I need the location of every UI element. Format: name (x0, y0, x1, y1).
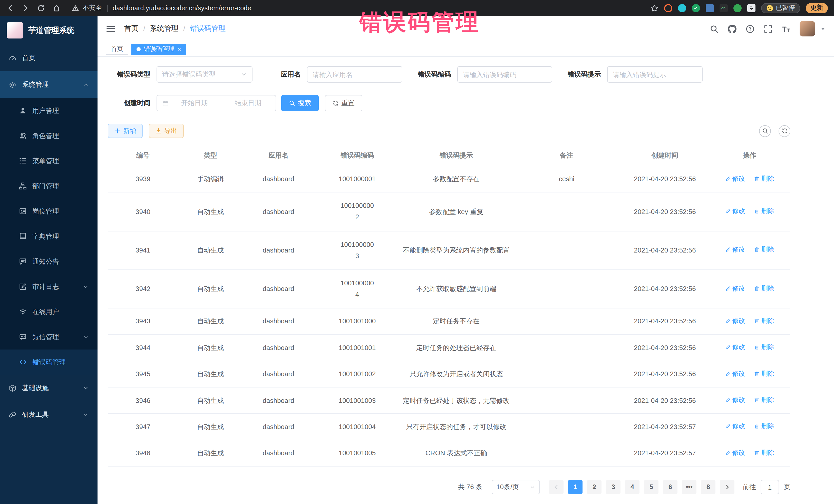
app-name-input[interactable] (307, 66, 402, 83)
sidebar-item-departments[interactable]: 部门管理 (0, 174, 97, 199)
breadcrumb-parent[interactable]: 系统管理 (150, 24, 179, 34)
address-bar[interactable]: dashboard.yudao.iocoder.cn/system/error-… (113, 4, 251, 12)
sidebar-item-sms[interactable]: 短信管理 (0, 324, 97, 350)
sidebar-item-posts[interactable]: 岗位管理 (0, 199, 97, 224)
edit-link[interactable]: 修改 (725, 369, 745, 378)
caret-down-icon[interactable] (820, 26, 826, 31)
back-icon[interactable] (6, 4, 14, 12)
bookmark-star-icon[interactable] (650, 4, 658, 12)
edit-link[interactable]: 修改 (725, 174, 745, 184)
sidebar-item-online-users[interactable]: 在线用户 (0, 299, 97, 324)
update-button[interactable]: 更新 (806, 3, 828, 13)
tab-home[interactable]: 首页 (106, 43, 128, 54)
page-ellipsis[interactable]: ••• (682, 480, 697, 494)
edit-link[interactable]: 修改 (725, 395, 745, 405)
extension-icon[interactable] (733, 4, 741, 12)
home-icon[interactable] (52, 4, 61, 12)
github-icon[interactable] (728, 24, 737, 33)
col-remark: 备注 (512, 145, 621, 166)
breadcrumb-home[interactable]: 首页 (124, 24, 138, 34)
col-code: 错误码编码 (314, 145, 400, 166)
reload-icon[interactable] (37, 4, 45, 12)
sidebar-item-infrastructure[interactable]: 基础设施 (0, 375, 97, 401)
help-icon[interactable] (746, 24, 754, 33)
extension-icon[interactable] (692, 4, 700, 12)
page-size-select[interactable]: 10条/页 (492, 480, 540, 494)
error-code-input[interactable] (457, 66, 552, 83)
extension-icon[interactable] (705, 4, 714, 12)
delete-link[interactable]: 删除 (754, 245, 774, 255)
site-security[interactable]: 不安全 (72, 4, 102, 12)
edit-link[interactable]: 修改 (725, 316, 745, 326)
sidebar-item-audit-logs[interactable]: 审计日志 (0, 274, 97, 299)
edit-link[interactable]: 修改 (725, 206, 745, 216)
avatar[interactable] (799, 21, 815, 37)
delete-link[interactable]: 删除 (754, 316, 774, 326)
extension-pin-icon[interactable] (747, 4, 755, 12)
sidebar-item-system[interactable]: 系统管理 (0, 71, 97, 98)
pencil-icon (725, 318, 730, 324)
font-size-icon[interactable] (782, 24, 790, 33)
add-button[interactable]: 新增 (108, 124, 143, 138)
app-logo[interactable]: 芋道管理系统 (0, 16, 97, 45)
edit-link[interactable]: 修改 (725, 245, 745, 255)
delete-link[interactable]: 删除 (754, 395, 774, 405)
page-button-6[interactable]: 6 (663, 480, 678, 494)
error-hint-input[interactable] (607, 66, 703, 83)
cell-id: 3944 (108, 335, 178, 361)
delete-link[interactable]: 删除 (754, 422, 774, 431)
delete-link[interactable]: 删除 (754, 448, 774, 458)
toggle-search-button[interactable] (759, 125, 771, 137)
delete-link[interactable]: 删除 (754, 369, 774, 378)
page-button-4[interactable]: 4 (625, 480, 639, 494)
hamburger-icon[interactable] (106, 24, 116, 34)
edit-link[interactable]: 修改 (725, 448, 745, 458)
search-icon[interactable] (710, 24, 719, 33)
delete-link[interactable]: 删除 (754, 206, 774, 216)
extension-icon[interactable] (678, 4, 686, 12)
goto-page-input[interactable] (761, 480, 779, 494)
cell-remark (512, 387, 621, 414)
sidebar-item-dictionary[interactable]: 字典管理 (0, 224, 97, 249)
tab-error-codes[interactable]: 错误码管理 × (131, 43, 186, 54)
forward-icon[interactable] (22, 4, 30, 12)
error-type-select[interactable]: 请选择错误码类型 (156, 66, 253, 83)
search-button[interactable]: 搜索 (281, 95, 319, 111)
reset-button[interactable]: 重置 (325, 95, 363, 111)
page-button-3[interactable]: 3 (606, 480, 620, 494)
edit-link[interactable]: 修改 (725, 422, 745, 431)
export-button[interactable]: 导出 (149, 124, 184, 138)
delete-link[interactable]: 删除 (754, 174, 774, 184)
page-button-8[interactable]: 8 (701, 480, 716, 494)
refresh-table-button[interactable] (778, 125, 790, 137)
paused-chip[interactable]: 已暂停 (761, 3, 800, 13)
annotation-title: 错误码管理 (359, 7, 480, 38)
sidebar-item-error-codes[interactable]: 错误码管理 (0, 350, 97, 375)
next-page-button[interactable] (720, 480, 734, 494)
sidebar-item-dev-tools[interactable]: 研发工具 (0, 401, 97, 428)
page-button-5[interactable]: 5 (644, 480, 658, 494)
page-button-1[interactable]: 1 (568, 480, 583, 494)
extension-icon[interactable]: on (719, 4, 727, 12)
sidebar-item-roles[interactable]: 角色管理 (0, 123, 97, 148)
extension-icon[interactable] (664, 4, 672, 12)
fullscreen-icon[interactable] (764, 24, 772, 33)
delete-link[interactable]: 删除 (754, 343, 774, 352)
close-icon[interactable]: × (178, 46, 181, 52)
announcement-icon (19, 258, 27, 265)
code-icon (19, 358, 27, 366)
cell-code: 1001000004 (314, 270, 400, 308)
sidebar-item-notices[interactable]: 通知公告 (0, 249, 97, 274)
search-icon (289, 100, 295, 106)
edit-link[interactable]: 修改 (725, 343, 745, 352)
prev-page-button[interactable] (549, 480, 564, 494)
delete-link[interactable]: 删除 (754, 284, 774, 293)
edit-link[interactable]: 修改 (725, 284, 745, 293)
paused-label: 已暂停 (776, 4, 795, 12)
date-range-picker[interactable]: 开始日期 - 结束日期 (156, 95, 276, 111)
breadcrumb-separator: / (183, 25, 185, 33)
page-button-2[interactable]: 2 (587, 480, 601, 494)
sidebar-item-users[interactable]: 用户管理 (0, 98, 97, 123)
sidebar-item-home[interactable]: 首页 (0, 45, 97, 71)
sidebar-item-menus[interactable]: 菜单管理 (0, 148, 97, 174)
